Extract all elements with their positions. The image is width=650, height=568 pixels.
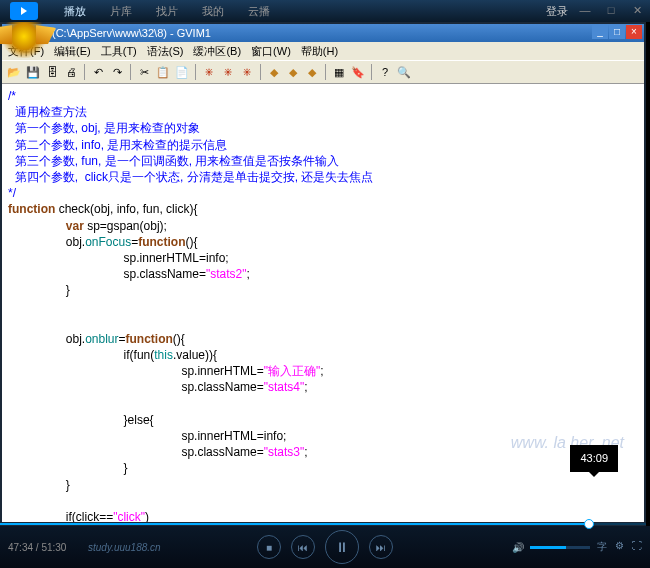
close-icon[interactable]: ✕	[628, 4, 646, 18]
tab-library[interactable]: 片库	[110, 4, 132, 19]
tool-icon[interactable]: ◆	[285, 64, 301, 80]
progress-bar[interactable]	[0, 522, 646, 526]
undo-icon[interactable]: ↶	[90, 64, 106, 80]
menu-bar: 文件(F) 编辑(E) 工具(T) 语法(S) 缓冲区(B) 窗口(W) 帮助(…	[2, 42, 644, 60]
seek-tooltip: 43:09	[570, 445, 618, 472]
tab-find[interactable]: 找片	[156, 4, 178, 19]
editor-title: (C:\AppServ\www\32\8) - GVIM1	[52, 27, 211, 39]
editor-titlebar: (C:\AppServ\www\32\8) - GVIM1 _ □ ×	[2, 24, 644, 42]
tool-icon[interactable]: ▦	[331, 64, 347, 80]
saveall-icon[interactable]: 🗄	[44, 64, 60, 80]
volume-control[interactable]: 🔊	[512, 542, 590, 553]
toolbar: 📂 💾 🗄 🖨 ↶ ↷ ✂ 📋 📄 ⛯ ⛯ ⛯ ◆ ◆ ◆ ▦ 🔖 ? 🔍	[2, 60, 644, 84]
search-icon[interactable]: 🔍	[396, 64, 412, 80]
tool-icon[interactable]: ◆	[266, 64, 282, 80]
tab-mine[interactable]: 我的	[202, 4, 224, 19]
top-tabs: 播放 片库 找片 我的 云播	[64, 4, 546, 19]
copy-icon[interactable]: 📋	[155, 64, 171, 80]
tab-cloud[interactable]: 云播	[248, 4, 270, 19]
time-display: 47:34 / 51:30	[8, 542, 78, 553]
paste-icon[interactable]: 📄	[174, 64, 190, 80]
stop-button[interactable]: ■	[257, 535, 281, 559]
editor-close-icon[interactable]: ×	[626, 25, 642, 39]
menu-window[interactable]: 窗口(W)	[247, 43, 295, 60]
save-icon[interactable]: 💾	[25, 64, 41, 80]
editor-maximize-icon[interactable]: □	[609, 25, 625, 39]
tool-icon[interactable]: 🔖	[350, 64, 366, 80]
player-titlebar: 播放 片库 找片 我的 云播 登录 — □ ✕	[0, 0, 650, 22]
menu-edit[interactable]: 编辑(E)	[50, 43, 95, 60]
prev-button[interactable]: ⏮	[291, 535, 315, 559]
login-link[interactable]: 登录	[546, 4, 568, 19]
code-editor[interactable]: /* 通用检查方法 第一个参数, obj, 是用来检查的对象 第二个参数, in…	[2, 84, 644, 524]
help-icon[interactable]: ?	[377, 64, 393, 80]
tool-icon[interactable]: ◆	[304, 64, 320, 80]
player-controls: 47:34 / 51:30 study.uuu188.cn ■ ⏮ ⏸ ⏭ 🔊 …	[0, 526, 650, 568]
menu-tools[interactable]: 工具(T)	[97, 43, 141, 60]
minimize-icon[interactable]: —	[576, 4, 594, 18]
volume-icon[interactable]: 🔊	[512, 542, 524, 553]
fullscreen-icon[interactable]: ⛶	[632, 540, 642, 554]
app-logo-icon	[0, 22, 48, 58]
redo-icon[interactable]: ↷	[109, 64, 125, 80]
menu-help[interactable]: 帮助(H)	[297, 43, 342, 60]
play-icon[interactable]	[10, 2, 38, 20]
tool-icon[interactable]: ⛯	[201, 64, 217, 80]
editor-window: (C:\AppServ\www\32\8) - GVIM1 _ □ × 文件(F…	[0, 22, 646, 526]
tool-icon[interactable]: ⛯	[220, 64, 236, 80]
cut-icon[interactable]: ✂	[136, 64, 152, 80]
tool-icon[interactable]: ⛯	[239, 64, 255, 80]
tab-play[interactable]: 播放	[64, 4, 86, 19]
pause-button[interactable]: ⏸	[325, 530, 359, 564]
settings-icon[interactable]: ⚙	[615, 540, 624, 554]
menu-buffer[interactable]: 缓冲区(B)	[189, 43, 245, 60]
next-button[interactable]: ⏭	[369, 535, 393, 559]
editor-minimize-icon[interactable]: _	[592, 25, 608, 39]
print-icon[interactable]: 🖨	[63, 64, 79, 80]
subtitle-button[interactable]: 字	[597, 540, 607, 554]
open-icon[interactable]: 📂	[6, 64, 22, 80]
study-url: study.uuu188.cn	[88, 542, 161, 553]
maximize-icon[interactable]: □	[602, 4, 620, 18]
menu-syntax[interactable]: 语法(S)	[143, 43, 188, 60]
